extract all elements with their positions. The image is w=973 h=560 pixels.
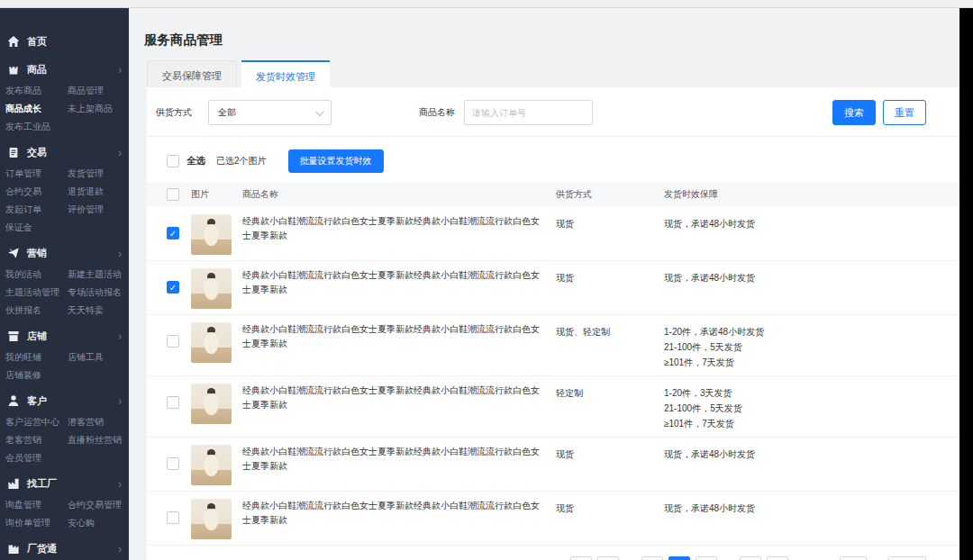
sidebar-item[interactable]: 询价单管理 [5, 519, 68, 528]
table-row: 经典款小白鞋潮流流行款白色女士夏季新款经典款小白鞋潮流流行款白色女士夏季新款 现… [147, 315, 959, 376]
goto-page-input[interactable] [840, 556, 867, 560]
product-name-input[interactable] [464, 100, 593, 125]
row-checkbox[interactable] [167, 227, 179, 239]
pagination-page-10[interactable]: 10 [740, 556, 761, 560]
sidebar-item[interactable]: 安心购 [68, 519, 129, 528]
sidebar-item[interactable]: 客户运营中心 [5, 418, 68, 427]
sidebar-subitems: 询盘管理合约交易管理询价单管理安心购 [0, 501, 129, 528]
sidebar-section-0[interactable]: 首页 [0, 34, 129, 49]
sidebar-item[interactable]: 发布工业品 [5, 122, 68, 131]
delivery-guarantee: 1-20件，承诺48小时发货21-100件，5天发货≥101件，7天发货 [664, 324, 959, 370]
sidebar-section-2[interactable]: 交易› [0, 145, 129, 159]
sidebar-section-5[interactable]: 客户› [0, 393, 129, 408]
delivery-line: 现货，承诺48小时发货 [664, 216, 959, 231]
sidebar-item[interactable]: 商品管理 [68, 86, 129, 95]
sidebar-subitems: 订单管理发货管理合约交易退货退款发起订单评价管理保证金 [0, 169, 129, 232]
sidebar-item[interactable]: 我的活动 [5, 270, 68, 279]
pagination-page-1[interactable]: 1 [597, 556, 619, 560]
sidebar-section-3[interactable]: 营销› [0, 246, 129, 260]
sidebar-item[interactable]: 评价管理 [68, 205, 129, 214]
marketing-icon [7, 247, 20, 259]
content-panel: 供货方式 全部 商品名称 搜索 重置 全选 已选2个图片 批量设置发货时效 图片… [147, 87, 959, 560]
pagination-page-3[interactable]: 3 [641, 556, 663, 560]
sidebar-item[interactable]: 询盘管理 [5, 501, 68, 510]
product-name: 经典款小白鞋潮流流行款白色女士夏季新款经典款小白鞋潮流流行款白色女士夏季新款 [242, 445, 543, 474]
sidebar-item[interactable]: 发布商品 [5, 86, 68, 95]
sidebar-item[interactable]: 合约交易 [5, 187, 68, 196]
sidebar-item[interactable]: 会员管理 [5, 454, 68, 463]
supply-method-label: 供货方式 [156, 106, 192, 119]
sidebar-section-7[interactable]: 厂货通› [0, 541, 129, 555]
sidebar-item[interactable]: 订单管理 [5, 169, 68, 178]
table-row: 经典款小白鞋潮流流行款白色女士夏季新款经典款小白鞋潮流流行款白色女士夏季新款 轻… [147, 376, 959, 438]
product-image[interactable] [191, 384, 232, 424]
sidebar-item[interactable]: 发起订单 [5, 205, 68, 214]
sidebar-item[interactable]: 老客营销 [5, 436, 68, 445]
sidebar-item[interactable]: 保证金 [5, 223, 68, 232]
shop-icon [7, 330, 20, 342]
delivery-guarantee: 现货，承诺48小时发货 [664, 501, 959, 516]
sidebar-section-label: 店铺 [27, 330, 47, 343]
row-checkbox[interactable] [167, 396, 179, 409]
row-checkbox[interactable] [167, 335, 179, 348]
selected-count: 已选2个图片 [216, 155, 267, 167]
sidebar-item[interactable]: 店铺装修 [5, 371, 68, 380]
pagination-next-button[interactable]: > [767, 556, 788, 560]
row-checkbox[interactable] [167, 511, 179, 524]
sidebar-item[interactable]: 我的旺铺 [5, 353, 68, 362]
product-image[interactable] [191, 499, 232, 539]
pagination-page-4[interactable]: 4 [668, 556, 690, 560]
delivery-guarantee: 现货，承诺48小时发货 [664, 447, 959, 462]
select-all-checkbox[interactable] [167, 155, 179, 167]
sidebar-item[interactable]: 主题活动管理 [5, 288, 68, 297]
sidebar-item[interactable]: 专场活动报名 [68, 288, 129, 297]
confirm-button[interactable]: 确定 [888, 556, 926, 560]
supply-method: 现货 [556, 501, 664, 516]
sidebar-item[interactable]: 退货退款 [68, 187, 129, 196]
select-all-label[interactable]: 全选 [186, 155, 205, 167]
sidebar-section-6[interactable]: 找工厂› [0, 476, 129, 491]
batch-set-delivery-button[interactable]: 批量设置发货时效 [288, 149, 384, 173]
supply-method-select[interactable]: 全部 [208, 100, 332, 125]
delivery-line: 21-100件，5天发货 [664, 339, 959, 355]
chevron-right-icon: › [118, 146, 122, 158]
sidebar-item[interactable]: 商品成长 [5, 104, 68, 113]
sidebar-item[interactable]: 新建主题活动 [68, 270, 129, 279]
row-checkbox[interactable] [167, 457, 179, 470]
delivery-line: 现货，承诺48小时发货 [664, 447, 959, 462]
sidebar-section-4[interactable]: 店铺› [0, 329, 129, 343]
sidebar-item[interactable]: 合约交易管理 [68, 501, 129, 510]
sidebar-section-1[interactable]: 商品› [0, 62, 129, 77]
table-row: 经典款小白鞋潮流流行款白色女士夏季新款经典款小白鞋潮流流行款白色女士夏季新款 现… [147, 492, 959, 546]
sidebar-subitems: 我的旺铺店铺工具店铺装修 [0, 353, 129, 380]
sidebar-item[interactable]: 未上架商品 [68, 104, 129, 113]
product-image[interactable] [191, 445, 232, 485]
customer-icon [7, 394, 20, 407]
product-image[interactable] [191, 268, 232, 309]
column-header-delivery: 发货时效保障 [664, 188, 959, 201]
home-icon [7, 35, 20, 48]
sidebar-item[interactable]: 店铺工具 [68, 353, 129, 362]
sidebar-item[interactable]: 潜客营销 [68, 418, 129, 427]
delivery-line: 21-100件，5天发货 [664, 401, 959, 416]
pagination-prev-button[interactable]: < [570, 556, 592, 560]
sidebar-item[interactable]: 直播粉丝营销 [68, 436, 129, 445]
supply-method: 现货、轻定制 [556, 324, 664, 339]
row-checkbox[interactable] [167, 281, 179, 294]
header-checkbox[interactable] [167, 188, 179, 201]
product-image[interactable] [191, 214, 232, 255]
product-name: 经典款小白鞋潮流流行款白色女士夏季新款经典款小白鞋潮流流行款白色女士夏季新款 [242, 214, 543, 243]
pagination-page-5[interactable]: 5 [696, 556, 717, 560]
product-image[interactable] [191, 322, 232, 363]
sidebar-item[interactable]: 天天特卖 [68, 306, 129, 315]
sidebar-item [68, 454, 129, 463]
sidebar-subitems: 客户运营中心潜客营销老客营销直播粉丝营销会员管理 [0, 418, 129, 463]
filter-bar: 供货方式 全部 商品名称 搜索 重置 [147, 87, 959, 137]
batch-bar: 全选 已选2个图片 批量设置发货时效 [147, 137, 959, 182]
search-button[interactable]: 搜索 [832, 100, 876, 125]
reset-button[interactable]: 重置 [883, 100, 926, 125]
sidebar-item[interactable]: 伙拼报名 [5, 306, 68, 315]
sidebar-section-label: 首页 [27, 35, 47, 49]
delivery-guarantee: 1-20件，3天发货21-100件，5天发货≥101件，7天发货 [664, 385, 959, 431]
sidebar-item[interactable]: 发货管理 [68, 169, 129, 178]
